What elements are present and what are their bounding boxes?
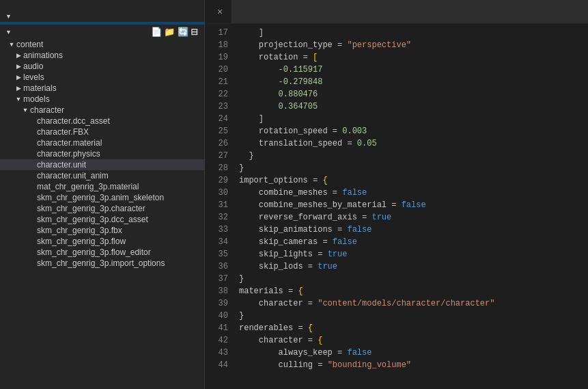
code-line: skip_cameras = false <box>239 236 583 248</box>
line-number: 28 <box>205 162 228 174</box>
line-number: 30 <box>205 187 228 199</box>
tab-close-button[interactable]: × <box>217 7 223 16</box>
line-number: 36 <box>205 260 228 273</box>
tree-item-materials[interactable]: ▶ materials <box>0 83 204 94</box>
line-number: 33 <box>205 224 228 236</box>
tree-label: skm_chr_genrig_3p.character <box>37 204 145 213</box>
code-token: character = <box>239 336 318 345</box>
code-token: import_options = <box>239 176 322 185</box>
tree-label: levels <box>23 72 44 82</box>
new-file-icon[interactable]: 📄 <box>151 27 163 37</box>
tree-item-content[interactable]: ▼ content <box>0 39 204 50</box>
line-number: 18 <box>205 39 228 51</box>
tree-label: skm_chr_genrig_3p.import_options <box>37 258 165 268</box>
code-token: false <box>347 225 372 234</box>
line-number: 32 <box>205 211 228 224</box>
tree-item-models[interactable]: ▼ models <box>0 94 204 105</box>
code-token: true <box>328 250 348 259</box>
code-line: character = "content/models/character/ch… <box>239 297 583 310</box>
tree-item-skm_chr_genrig_3p.flow[interactable]: skm_chr_genrig_3p.flow <box>0 236 204 247</box>
tree-label: skm_chr_genrig_3p.flow_editor <box>37 247 151 257</box>
tree-label: skm_chr_genrig_3p.dcc_asset <box>37 215 148 224</box>
tree-item-skm_chr_genrig_3p.fbx[interactable]: skm_chr_genrig_3p.fbx <box>0 225 204 236</box>
refresh-icon[interactable]: 🔄 <box>178 27 189 37</box>
line-number: 40 <box>205 310 228 322</box>
line-number: 25 <box>205 125 228 137</box>
code-token: "bounding_volume" <box>328 360 411 370</box>
tree-item-character.unit_anim[interactable]: character.unit_anim <box>0 170 204 181</box>
tree-arrow: ▼ <box>14 96 23 103</box>
project-arrow: ▼ <box>5 29 15 36</box>
code-line: 0.880476 <box>239 88 583 100</box>
code-line: rotation = [ <box>239 51 583 64</box>
line-number: 35 <box>205 248 228 260</box>
collapse-icon[interactable]: ⊟ <box>191 27 199 37</box>
tree-label: models <box>23 94 50 104</box>
project-header[interactable]: ▼ 📄 📁 🔄 ⊟ <box>0 25 204 39</box>
code-token: translation_speed = <box>239 139 357 148</box>
code-line: skip_animations = false <box>239 224 583 236</box>
tree-label: content <box>16 40 43 49</box>
line-number: 27 <box>205 150 228 162</box>
tree-label: animations <box>23 51 63 60</box>
tree-item-character.physics[interactable]: character.physics <box>0 148 204 159</box>
code-token: 0.364705 <box>239 102 318 111</box>
code-line: } <box>239 150 583 162</box>
code-token: } <box>239 163 244 173</box>
code-line: } <box>239 273 583 285</box>
line-number: 34 <box>205 236 228 248</box>
editor-area: × 17181920212223242526272829303132333435… <box>205 0 588 389</box>
code-token: [ <box>313 53 318 62</box>
code-line: culling = "bounding_volume" <box>239 359 583 371</box>
code-token: false <box>347 348 372 358</box>
tree-item-animations[interactable]: ▶ animations <box>0 50 204 61</box>
tree-arrow: ▶ <box>14 63 23 70</box>
tree-label: skm_chr_genrig_3p.fbx <box>37 226 122 235</box>
open-editors-section[interactable]: ▼ <box>0 11 204 22</box>
tree-item-character-folder[interactable]: ▼ character <box>0 105 204 116</box>
tree-item-skm_chr_genrig_3p.flow_editor[interactable]: skm_chr_genrig_3p.flow_editor <box>0 247 204 258</box>
tree-item-character.material[interactable]: character.material <box>0 137 204 148</box>
code-line: rotation_speed = 0.003 <box>239 125 583 137</box>
tree-item-audio[interactable]: ▶ audio <box>0 61 204 72</box>
tree-item-skm_chr_genrig_3p.dcc_asset[interactable]: skm_chr_genrig_3p.dcc_asset <box>0 214 204 225</box>
code-token: combine_meshes_by_material = <box>239 200 402 210</box>
code-token: renderables = <box>239 323 308 333</box>
tree-item-levels[interactable]: ▶ levels <box>0 72 204 83</box>
code-content[interactable]: ] projection_type = "perspective" rotati… <box>234 24 588 389</box>
tree-label: skm_chr_genrig_3p.flow <box>37 237 126 246</box>
line-number: 42 <box>205 334 228 347</box>
code-token: -0.279848 <box>239 77 322 87</box>
tab-character-unit[interactable]: × <box>205 0 232 23</box>
line-number: 26 <box>205 137 228 150</box>
code-token: { <box>308 323 313 333</box>
code-line: combine_meshes_by_material = false <box>239 199 583 211</box>
tree-item-character.dcc_asset[interactable]: character.dcc_asset <box>0 116 204 126</box>
code-token: ] <box>239 114 264 124</box>
code-line: renderables = { <box>239 322 583 334</box>
code-token: rotation = <box>239 53 313 62</box>
code-line: always_keep = false <box>239 347 583 359</box>
code-line: ] <box>239 27 583 39</box>
tree-item-skm_chr_genrig_3p.import_options[interactable]: skm_chr_genrig_3p.import_options <box>0 258 204 269</box>
sidebar-scroll[interactable]: ▼ ▼ 📄 📁 🔄 ⊟ ▼ content ▶ animations <box>0 11 204 389</box>
line-number: 44 <box>205 359 228 371</box>
tree-label: character.material <box>37 138 102 148</box>
line-number: 37 <box>205 273 228 285</box>
tree-item-skm_chr_genrig_3p.character[interactable]: skm_chr_genrig_3p.character <box>0 203 204 214</box>
tree-item-mat_chr_genrig_3p.material[interactable]: mat_chr_genrig_3p.material <box>0 181 204 192</box>
tree-label: character.unit <box>37 160 86 170</box>
tree-item-skm_chr_genrig_3p.anim_skeleton[interactable]: skm_chr_genrig_3p.anim_skeleton <box>0 192 204 203</box>
code-token: character = <box>239 299 318 308</box>
code-token: "content/models/character/character" <box>318 299 494 308</box>
open-editors-arrow: ▼ <box>5 13 15 20</box>
code-line: ] <box>239 113 583 125</box>
new-folder-icon[interactable]: 📁 <box>164 27 176 37</box>
tree-item-character.unit[interactable]: character.unit <box>0 159 204 170</box>
tree-arrow: ▶ <box>14 85 23 92</box>
tree-item-character.FBX[interactable]: character.FBX <box>0 126 204 137</box>
code-token: "perspective" <box>347 40 411 50</box>
code-area: 1718192021222324252627282930313233343536… <box>205 24 588 389</box>
code-token: } <box>239 311 244 321</box>
file-tree: ▼ content ▶ animations ▶ audio ▶ levels … <box>0 39 204 269</box>
